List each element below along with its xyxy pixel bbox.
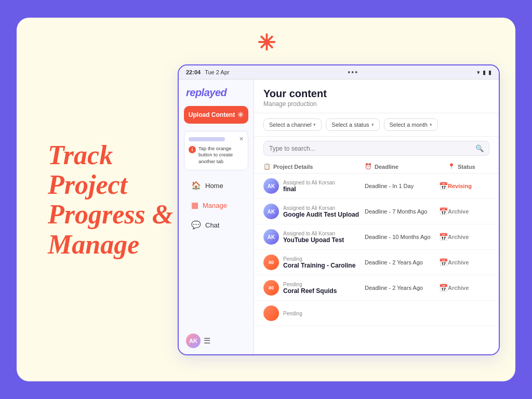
row-assigned-5: Pending [283,311,302,316]
row-project-info-2: Assigned to Ali Korsan YouTube Upoad Tes… [283,231,344,244]
upload-content-button[interactable]: Upload Content ✳ [184,106,248,124]
main-content: Your content Manage production Select a … [254,79,499,354]
calendar-icon-1[interactable]: 📅 [439,207,448,216]
home-icon: 🏠 [191,181,201,190]
calendar-icon-4[interactable]: 📅 [439,284,448,292]
tab-hint-text: Tap the orange button to create another … [198,145,244,165]
row-avatar-5 [263,305,279,321]
status-col-icon: 📍 [448,163,455,170]
table-row: 80 Pending Coral Reef Squids Deadline - … [254,275,499,301]
deadline-text-3: Deadline - 2 Years Ago [365,259,436,265]
status-col-label: Status [458,164,475,170]
filter-month-button[interactable]: Select a month ▾ [384,118,438,131]
asterisk-icon: ✳ [257,32,275,54]
hero-text: Track Project Progress & Manage [48,140,183,259]
tab-hint-info: i Tap the orange button to create anothe… [189,145,244,165]
filter-month-label: Select a month [390,122,428,128]
row-deadline-2: Deadline - 10 Months Ago 📅 [365,233,448,241]
chevron-down-icon-2: ▾ [371,122,374,127]
deadline-col-icon: ⏰ [365,163,372,170]
status-bar-left: 22:04 Tue 2 Apr [186,69,229,75]
status-dots: ••• [348,68,358,76]
main-card: ✳ Track Project Progress & Manage 22:04 … [17,18,515,381]
sidebar-logo: replayed [179,87,254,106]
hero-line2: Project [48,170,127,200]
app-body: replayed Upload Content ✳ ✕ i Tap [179,79,499,354]
col-status: 📍 Status [448,163,489,170]
tab-hint-card: ✕ i Tap the orange button to create anot… [184,131,248,170]
app-window: 22:04 Tue 2 Apr ••• ▾ ▮ ▮ replayed [178,64,500,355]
calendar-icon-0[interactable]: 📅 [439,182,448,190]
table-row: AK Assigned to Ali Korsan Google Audit T… [254,199,499,224]
wifi-icon: ▾ [477,69,480,76]
row-project-info-4: Pending Coral Reef Squids [283,282,337,295]
upload-asterisk-icon: ✳ [237,111,244,119]
search-input[interactable] [269,145,472,152]
table-row: AK Assigned to Ali Korsan final Deadline… [254,174,499,199]
hero-line3: Progress & [48,200,173,229]
sidebar-item-home[interactable]: 🏠 Home [182,176,250,195]
tab-close-button[interactable]: ✕ [239,136,244,142]
filter-channel-button[interactable]: Select a channel ▾ [263,118,322,131]
row-avatar-4: 80 [263,280,279,296]
filters-bar: Select a channel ▾ Select a status ▾ Sel… [254,113,499,137]
hamburger-icon[interactable]: ☰ [204,336,210,345]
search-icon: 🔍 [475,144,484,152]
deadline-text-2: Deadline - 10 Months Ago [365,234,436,240]
sidebar-item-chat[interactable]: 💬 Chat [182,216,250,234]
table-row: AK Assigned to Ali Korsan YouTube Upoad … [254,224,499,250]
status-bar-center: ••• [348,68,358,76]
calendar-icon-3[interactable]: 📅 [439,258,448,267]
row-name-2: YouTube Upoad Test [283,236,344,244]
row-status-2: Archive [448,234,489,240]
filter-status-button[interactable]: Select a status ▾ [326,118,379,131]
row-avatar-0: AK [263,178,279,194]
row-deadline-3: Deadline - 2 Years Ago 📅 [365,258,448,267]
row-assigned-2: Assigned to Ali Korsan [283,231,344,236]
status-bar-right: ▾ ▮ ▮ [477,69,491,76]
search-bar: 🔍 [263,141,489,156]
avatar[interactable]: AK [186,334,201,348]
table-row: 80 Pending Coral Training - Caroline Dea… [254,250,499,275]
row-status-1: Archive [448,208,489,215]
chat-icon: 💬 [191,220,201,230]
row-project-info-1: Assigned to Ali Korsan Google Audit Test… [283,205,359,218]
row-name-4: Coral Reef Squids [283,287,337,295]
row-assigned-1: Assigned to Ali Korsan [283,205,359,211]
project-col-label: Project Details [273,164,313,170]
tab-hint-bar: ✕ [189,136,244,142]
row-project-5: Pending [263,305,365,321]
sidebar-item-manage[interactable]: ▦ Manage [182,196,250,215]
deadline-text-4: Deadline - 2 Years Ago [365,285,436,291]
row-deadline-0: Deadline - In 1 Day 📅 [365,182,448,190]
row-project-0: AK Assigned to Ali Korsan final [263,178,365,194]
col-project: 📋 Project Details [263,163,365,170]
filter-status-label: Select a status [331,122,369,128]
row-deadline-1: Deadline - 7 Months Ago 📅 [365,207,448,216]
page-subtitle: Manage production [263,100,489,108]
calendar-icon-2[interactable]: 📅 [439,233,448,241]
status-bar: 22:04 Tue 2 Apr ••• ▾ ▮ ▮ [179,65,499,79]
row-name-0: final [283,185,335,193]
sidebar-home-label: Home [205,182,223,190]
row-project-2: AK Assigned to Ali Korsan YouTube Upoad … [263,229,365,245]
row-avatar-1: AK [263,204,279,219]
page-title: Your content [263,88,489,100]
col-deadline: ⏰ Deadline [365,163,448,170]
deadline-text-0: Deadline - In 1 Day [365,183,436,189]
main-header: Your content Manage production [254,79,499,113]
row-status-4: Archive [448,285,489,291]
outer-bg: ✳ Track Project Progress & Manage 22:04 … [0,0,532,399]
filter-channel-label: Select a channel [269,122,311,128]
hero-line4: Manage [48,229,139,259]
row-assigned-0: Assigned to Ali Korsan [283,180,335,185]
chevron-down-icon: ▾ [313,122,316,127]
row-name-3: Coral Training - Caroline [283,262,355,269]
row-name-1: Google Audit Test Upload [283,211,359,218]
row-avatar-2: AK [263,229,279,245]
row-project-4: 80 Pending Coral Reef Squids [263,280,365,296]
row-project-1: AK Assigned to Ali Korsan Google Audit T… [263,204,365,219]
row-assigned-3: Pending [283,256,355,262]
deadline-text-1: Deadline - 7 Months Ago [365,208,436,215]
row-assigned-4: Pending [283,282,337,287]
